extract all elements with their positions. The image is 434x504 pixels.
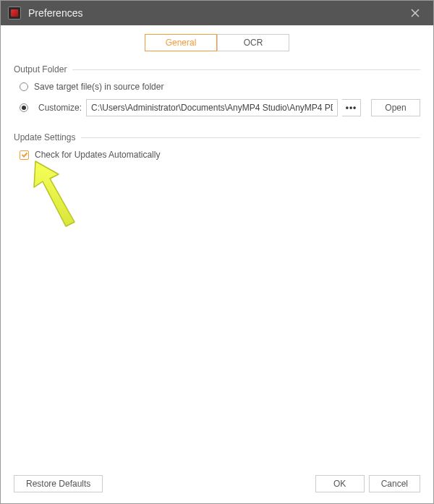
close-icon [411, 9, 420, 17]
content-area: General OCR Output Folder Save target fi… [1, 25, 433, 471]
check-updates-row[interactable]: Check for Updates Automatically [14, 150, 420, 160]
output-folder-header: Output Folder [14, 64, 420, 74]
tab-ocr[interactable]: OCR [217, 34, 289, 51]
update-settings-label: Update Settings [14, 132, 75, 142]
radio-save-source-row[interactable]: Save target file(s) in source folder [14, 82, 420, 92]
radio-customize-label: Customize: [38, 103, 82, 113]
footer: Restore Defaults OK Cancel [1, 471, 433, 503]
open-button[interactable]: Open [371, 99, 420, 116]
output-folder-label: Output Folder [14, 64, 67, 74]
update-section: Update Settings Check for Updates Automa… [14, 132, 420, 160]
radio-customize[interactable] [20, 103, 28, 112]
tab-general[interactable]: General [145, 34, 217, 51]
titlebar: Preferences [1, 1, 433, 25]
radio-customize-row: Customize: ••• Open [14, 99, 420, 116]
path-input[interactable] [86, 99, 338, 116]
checkmark-icon [21, 151, 28, 158]
check-updates-label: Check for Updates Automatically [35, 150, 160, 160]
arrow-annotation [22, 154, 88, 234]
radio-save-source[interactable] [20, 82, 28, 91]
cancel-button[interactable]: Cancel [369, 475, 420, 492]
close-button[interactable] [404, 2, 426, 24]
browse-button[interactable]: ••• [342, 99, 361, 116]
checkbox-check-updates[interactable] [20, 150, 29, 160]
radio-save-source-label: Save target file(s) in source folder [34, 82, 163, 92]
ok-button[interactable]: OK [315, 475, 365, 492]
app-icon-inner [11, 9, 18, 17]
restore-defaults-button[interactable]: Restore Defaults [14, 475, 103, 492]
app-icon [8, 7, 21, 20]
tabs: General OCR [14, 34, 420, 51]
update-settings-header: Update Settings [14, 132, 420, 142]
window-title: Preferences [28, 7, 82, 19]
